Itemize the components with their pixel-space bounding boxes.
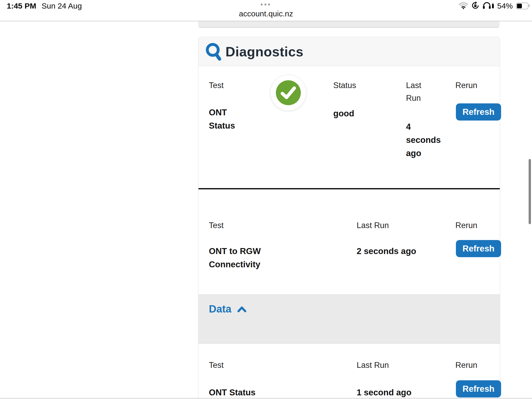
s1-status-value: good — [333, 107, 354, 120]
s1-last-run-value: 4 seconds ago — [406, 120, 445, 160]
headphones-battery-icon — [483, 2, 494, 10]
toolbar-menu-dots[interactable]: ••• — [0, 1, 532, 9]
chevron-up-icon — [237, 303, 247, 315]
search-icon — [205, 43, 222, 63]
page-bottom-divider — [0, 398, 532, 398]
data-section-toggle[interactable]: Data — [209, 303, 247, 315]
battery-percent: 54% — [497, 2, 513, 10]
address-bar[interactable]: account.quic.nz — [0, 9, 532, 18]
s2-col-test: Test — [209, 219, 224, 232]
orientation-lock-icon — [471, 1, 480, 11]
s3-last-run-value: 1 second ago — [357, 386, 411, 399]
s2-test-value: ONT to RGW Connectivity — [209, 244, 289, 271]
s2-col-rerun: Rerun — [455, 219, 477, 232]
s1-test-value: ONT Status — [209, 106, 254, 132]
s1-refresh-button[interactable]: Refresh — [456, 103, 501, 121]
s2-refresh-button[interactable]: Refresh — [456, 240, 501, 257]
diagnostics-header: Diagnostics — [198, 37, 500, 66]
previous-card-bottom — [198, 21, 500, 28]
s1-col-test: Test — [209, 79, 224, 92]
data-section-label: Data — [209, 303, 231, 315]
page-title: Diagnostics — [225, 44, 303, 59]
s2-col-last-run: Last Run — [357, 219, 389, 232]
section-divider — [198, 188, 500, 189]
battery-icon — [516, 3, 528, 9]
s3-col-test: Test — [209, 359, 224, 371]
s1-col-rerun: Rerun — [455, 79, 477, 92]
s3-refresh-button[interactable]: Refresh — [456, 380, 501, 397]
ipad-screen: 1:45 PM Sun 24 Aug ••• account.quic.nz — [0, 0, 532, 399]
s2-last-run-value: 2 seconds ago — [357, 244, 416, 258]
s3-col-last-run: Last Run — [357, 359, 389, 371]
scrollbar[interactable] — [529, 159, 531, 224]
s3-col-rerun: Rerun — [455, 359, 477, 371]
s1-col-last-run: Last Run — [406, 79, 435, 104]
wifi-icon — [459, 2, 468, 10]
diagnostics-card: Diagnostics Test Status Last Run Rerun O… — [198, 37, 500, 399]
browser-toolbar: 1:45 PM Sun 24 Aug ••• account.quic.nz — [0, 0, 532, 21]
check-circle-icon — [270, 75, 306, 111]
s1-col-status: Status — [333, 79, 356, 92]
status-icons: 54% — [459, 2, 528, 10]
data-section-band — [198, 294, 500, 344]
